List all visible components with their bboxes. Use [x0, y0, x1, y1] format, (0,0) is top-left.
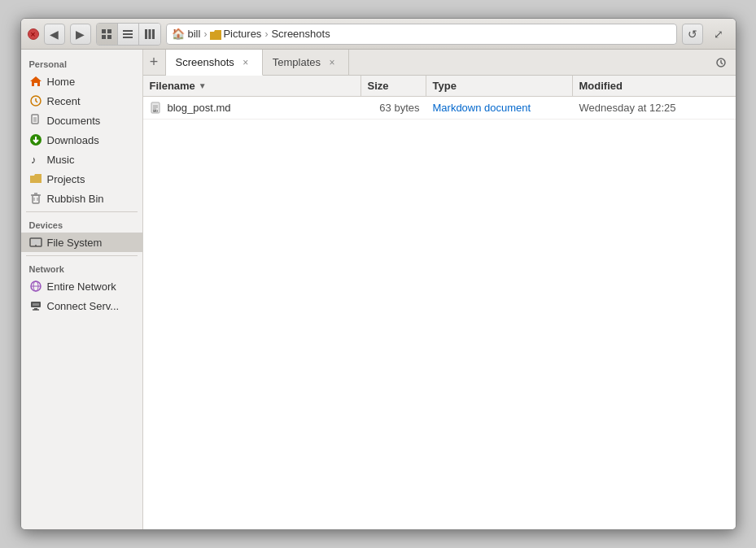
- home-icon: [29, 75, 42, 88]
- sidebar-item-music[interactable]: ♪ Music: [21, 150, 142, 169]
- titlebar: ◀ ▶: [21, 19, 736, 50]
- sidebar-documents-label: Documents: [47, 115, 101, 127]
- tab-templates[interactable]: Templates ×: [263, 50, 349, 75]
- file-name-cell: MD blog_post.md: [143, 102, 361, 115]
- back-icon: ◀: [50, 28, 59, 41]
- sidebar-recent-label: Recent: [47, 95, 81, 107]
- sidebar-projects-label: Projects: [47, 173, 85, 185]
- sidebar-item-downloads[interactable]: Downloads: [21, 130, 142, 150]
- sidebar-item-entire-network[interactable]: Entire Network: [21, 276, 142, 296]
- tabs-right-area: [349, 50, 735, 75]
- svg-rect-8: [148, 29, 151, 39]
- sidebar-rubbish-label: Rubbish Bin: [47, 193, 104, 205]
- reload-button[interactable]: ↺: [682, 24, 703, 45]
- breadcrumb-home-icon: 🏠: [172, 28, 185, 40]
- col-header-size[interactable]: Size: [361, 76, 426, 96]
- svg-rect-7: [145, 29, 147, 39]
- sidebar-item-filesystem[interactable]: File System: [21, 233, 142, 252]
- new-tab-button[interactable]: +: [143, 50, 166, 75]
- history-button[interactable]: [711, 53, 731, 72]
- col-header-type[interactable]: Type: [426, 76, 573, 96]
- forward-button[interactable]: ▶: [70, 24, 91, 45]
- col-header-filename[interactable]: Filename ▼: [143, 76, 361, 96]
- tab-screenshots[interactable]: Screenshots ×: [166, 50, 263, 76]
- col-size-label: Size: [368, 80, 389, 92]
- tab-templates-close[interactable]: ×: [326, 56, 339, 69]
- maximize-button[interactable]: ⤢: [708, 24, 729, 45]
- breadcrumb-screenshots: Screenshots: [271, 28, 330, 40]
- col-header-modified[interactable]: Modified: [573, 76, 736, 96]
- file-manager-window: ◀ ▶: [20, 18, 736, 530]
- col-type-label: Type: [433, 80, 457, 92]
- sidebar-downloads-label: Downloads: [47, 134, 99, 146]
- svg-text:MD: MD: [153, 109, 158, 113]
- network-divider: [26, 255, 138, 256]
- devices-section-label: Devices: [21, 215, 142, 233]
- sidebar-entire-network-label: Entire Network: [47, 281, 116, 293]
- devices-divider: [26, 211, 138, 212]
- reload-icon: ↺: [688, 28, 697, 41]
- view-list-button[interactable]: [118, 24, 139, 45]
- view-icons-button[interactable]: [97, 24, 118, 45]
- svg-rect-19: [33, 195, 39, 203]
- file-type: Markdown document: [433, 102, 531, 114]
- view-buttons: [96, 23, 161, 46]
- filesystem-icon: [29, 236, 42, 249]
- personal-section-label: Personal: [21, 54, 142, 72]
- svg-marker-10: [30, 76, 42, 86]
- svg-rect-0: [102, 29, 106, 33]
- back-button[interactable]: ◀: [44, 24, 65, 45]
- file-name: blog_post.md: [168, 102, 231, 114]
- svg-rect-6: [123, 37, 133, 38]
- sidebar-connect-server-label: Connect Serv...: [47, 300, 120, 312]
- address-bar[interactable]: 🏠 bill › Pictures › Screenshots: [166, 24, 677, 45]
- sidebar-item-rubbish[interactable]: Rubbish Bin: [21, 189, 142, 208]
- sort-arrow-icon: ▼: [199, 81, 207, 90]
- file-modified: Wednesday at 12:25: [579, 102, 676, 114]
- sidebar-item-home[interactable]: Home: [21, 72, 142, 91]
- sidebar-item-recent[interactable]: Recent: [21, 91, 142, 111]
- plus-icon: +: [150, 54, 159, 71]
- svg-text:♪: ♪: [31, 154, 37, 166]
- downloads-icon: [29, 133, 42, 146]
- sidebar-home-label: Home: [47, 76, 76, 88]
- rubbish-icon: [29, 192, 42, 205]
- breadcrumb-pictures: Pictures: [210, 28, 261, 40]
- sidebar-music-label: Music: [47, 154, 75, 166]
- sidebar-item-projects[interactable]: Projects: [21, 169, 142, 189]
- file-size-cell: 63 bytes: [361, 102, 426, 114]
- sidebar: Personal Home Recent: [21, 50, 143, 529]
- svg-rect-4: [123, 30, 133, 32]
- svg-rect-25: [32, 240, 40, 245]
- recent-icon: [29, 94, 42, 107]
- col-modified-label: Modified: [579, 80, 623, 92]
- network-icon: [29, 280, 42, 293]
- sidebar-item-documents[interactable]: Documents: [21, 111, 142, 130]
- main-area: Personal Home Recent: [21, 50, 736, 529]
- list-icon: [122, 28, 133, 40]
- grid-icon: [101, 28, 112, 40]
- svg-point-26: [35, 245, 37, 246]
- file-modified-cell: Wednesday at 12:25: [573, 102, 736, 114]
- forward-icon: ▶: [76, 28, 85, 41]
- column-headers: Filename ▼ Size Type Modified: [143, 76, 736, 97]
- history-icon: [715, 57, 727, 68]
- maximize-icon: ⤢: [714, 28, 723, 41]
- tab-templates-label: Templates: [273, 56, 321, 68]
- svg-rect-3: [107, 35, 111, 39]
- svg-rect-9: [152, 29, 155, 39]
- view-columns-button[interactable]: [139, 24, 160, 45]
- file-type-cell: Markdown document: [426, 102, 573, 114]
- folder-icon: [210, 30, 221, 40]
- svg-rect-2: [102, 35, 106, 39]
- tab-screenshots-close[interactable]: ×: [239, 56, 252, 69]
- svg-rect-1: [107, 29, 111, 33]
- file-area: + Screenshots × Templates ×: [143, 50, 736, 529]
- sidebar-item-connect-server[interactable]: Connect Serv...: [21, 296, 142, 315]
- close-button[interactable]: [28, 28, 39, 40]
- breadcrumb-sep1: ›: [203, 28, 207, 40]
- connect-server-icon: [29, 299, 42, 312]
- breadcrumb-user: bill: [188, 28, 201, 40]
- svg-rect-31: [33, 303, 39, 306]
- table-row[interactable]: MD blog_post.md 63 bytes Markdown docume…: [143, 97, 736, 120]
